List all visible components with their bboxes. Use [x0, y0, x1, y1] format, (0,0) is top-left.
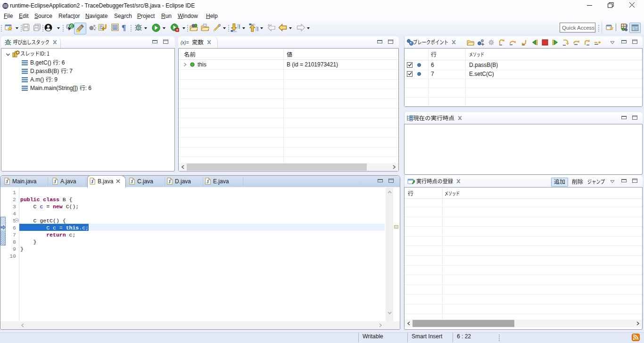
svg-text:J: J: [206, 179, 209, 184]
svg-text:J: J: [6, 179, 8, 184]
svg-text:J: J: [131, 179, 133, 184]
svg-text:J: J: [54, 179, 56, 184]
svg-text:J: J: [168, 179, 171, 184]
svg-text:J: J: [626, 24, 628, 29]
svg-text:(x)=: (x)=: [181, 40, 189, 45]
svg-text:J: J: [91, 179, 93, 184]
